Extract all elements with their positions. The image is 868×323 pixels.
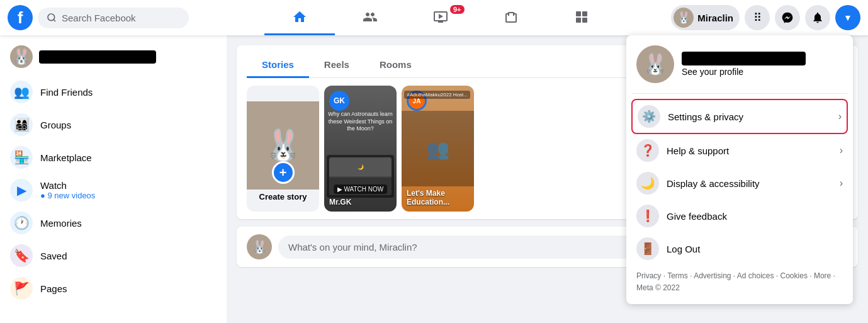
story-education-crowd: 👥 xyxy=(402,111,474,186)
saved-icon: 🔖 xyxy=(10,244,33,267)
sidebar-label-marketplace: Marketplace xyxy=(40,152,92,163)
sidebar-item-saved[interactable]: 🔖 Saved xyxy=(5,239,222,272)
svg-rect-2 xyxy=(582,11,587,16)
sidebar-item-memories[interactable]: 🕐 Memories xyxy=(5,207,222,239)
settings-icon: ⚙️ xyxy=(638,105,660,128)
nav-friends[interactable] xyxy=(335,0,405,35)
sidebar-label-memories: Memories xyxy=(40,218,82,229)
dropdown-label-settings: Settings & privacy xyxy=(668,111,831,122)
messenger-icon-btn[interactable] xyxy=(775,5,800,30)
create-story-label: Create story xyxy=(259,192,307,201)
create-story-plus-icon: + xyxy=(272,161,295,184)
search-box[interactable]: Search Facebook xyxy=(38,8,189,28)
svg-rect-3 xyxy=(576,18,581,23)
help-chevron-icon: › xyxy=(840,145,843,156)
svg-point-0 xyxy=(48,14,55,21)
dropdown-divider-1 xyxy=(631,93,848,94)
dropdown-profile[interactable]: 🐰 ████████████████ See your profile xyxy=(631,40,848,88)
dropdown-item-display[interactable]: 🌙 Display & accessibility › xyxy=(631,167,848,200)
create-story-card[interactable]: 🐰 + Create story xyxy=(247,86,319,212)
story-education[interactable]: JA #AduthaMakku2022 Host... 👥 Let's Make… xyxy=(402,86,474,212)
tab-reels[interactable]: Reels xyxy=(309,53,364,78)
dropdown-label-display: Display & accessibility xyxy=(667,178,832,189)
dropdown-item-settings[interactable]: ⚙️ Settings & privacy › xyxy=(631,99,848,134)
sidebar-watch-info: Watch ● 9 new videos xyxy=(40,180,95,200)
svg-rect-4 xyxy=(582,18,587,23)
search-icon xyxy=(47,13,57,23)
dropdown-footer: Privacy · Terms · Advertising · Ad choic… xyxy=(631,265,848,299)
topnav-left: f Search Facebook xyxy=(8,5,222,30)
user-profile-btn[interactable]: 🐰 Miraclin xyxy=(671,5,740,30)
dropdown-see-profile: See your profile xyxy=(682,67,806,77)
post-avatar: 🐰 xyxy=(247,234,272,259)
sidebar-item-find-friends[interactable]: 👥 Find Friends xyxy=(5,76,222,108)
dropdown-user-info: ████████████████ See your profile xyxy=(682,52,806,77)
help-icon: ❓ xyxy=(636,139,659,162)
settings-chevron-icon: › xyxy=(838,111,842,122)
dropdown-item-help[interactable]: ❓ Help & support › xyxy=(631,134,848,167)
dropdown-label-help: Help & support xyxy=(667,145,832,156)
sidebar-label-saved: Saved xyxy=(40,251,67,261)
display-chevron-icon: › xyxy=(840,178,843,189)
nav-video[interactable]: 9+ xyxy=(405,0,476,35)
sidebar-item-watch[interactable]: ▶ Watch ● 9 new videos xyxy=(5,174,222,207)
story-mrgk-avatar: GK xyxy=(329,91,349,111)
dropdown-label-feedback: Give feedback xyxy=(667,211,843,222)
sidebar-item-marketplace[interactable]: 🏪 Marketplace xyxy=(5,141,222,174)
sidebar-watch-sublabel: ● 9 new videos xyxy=(40,191,95,200)
sidebar-label-watch: Watch xyxy=(40,180,95,191)
user-name: Miraclin xyxy=(697,13,733,23)
story-education-tag: #AduthaMakku2022 Host... xyxy=(404,91,470,99)
logout-icon: 🚪 xyxy=(636,237,659,260)
facebook-logo[interactable]: f xyxy=(8,5,33,30)
nav-groups[interactable] xyxy=(546,0,617,35)
tab-stories[interactable]: Stories xyxy=(247,53,309,78)
sidebar-label-pages: Pages xyxy=(40,283,67,294)
dropdown-arrow-btn[interactable]: ▼ xyxy=(835,5,860,30)
sidebar-user-avatar: 🐰 xyxy=(10,45,33,68)
nav-marketplace[interactable] xyxy=(476,0,546,35)
grid-icon-btn[interactable]: ⠿ xyxy=(745,5,770,30)
topnav: f Search Facebook 9+ 🐰 Miraclin xyxy=(0,0,868,35)
story-mrgk[interactable]: GK Why can Astronauts learn these Weirde… xyxy=(324,86,397,212)
nav-home[interactable] xyxy=(264,0,335,35)
sidebar-username: ████████████████ xyxy=(39,50,156,64)
sidebar-label-groups: Groups xyxy=(40,120,71,130)
story-education-label: Let's Make Education... xyxy=(407,189,469,207)
pages-icon: 🚩 xyxy=(10,277,33,300)
dropdown-item-feedback[interactable]: ❗ Give feedback xyxy=(631,200,848,232)
video-badge: 9+ xyxy=(450,5,465,14)
watch-icon: ▶ xyxy=(10,179,33,201)
dropdown-menu: 🐰 ████████████████ See your profile ⚙️ S… xyxy=(626,35,853,304)
svg-rect-1 xyxy=(576,11,581,16)
find-friends-icon: 👥 xyxy=(10,81,33,103)
dropdown-label-logout: Log Out xyxy=(667,244,843,254)
user-avatar: 🐰 xyxy=(674,8,694,28)
story-mrgk-text: Why can Astronauts learn these Weirdest … xyxy=(327,111,394,133)
story-mrgk-label: Mr.GK xyxy=(329,198,392,207)
sidebar-user[interactable]: 🐰 ████████████████ xyxy=(5,40,222,73)
feedback-icon: ❗ xyxy=(636,205,659,227)
memories-icon: 🕐 xyxy=(10,212,33,234)
topnav-right: 🐰 Miraclin ⠿ ▼ xyxy=(659,5,860,30)
dropdown-avatar: 🐰 xyxy=(636,45,674,83)
tab-rooms[interactable]: Rooms xyxy=(364,53,427,78)
sidebar-label-find-friends: Find Friends xyxy=(40,87,93,98)
search-placeholder: Search Facebook xyxy=(62,13,136,23)
dropdown-name: ████████████████ xyxy=(682,52,806,65)
notifications-icon-btn[interactable] xyxy=(805,5,830,30)
groups-icon: 👨‍👩‍👧‍👦 xyxy=(10,113,33,136)
sidebar-item-pages[interactable]: 🚩 Pages xyxy=(5,272,222,305)
topnav-center: 9+ xyxy=(222,0,659,35)
sidebar-item-groups[interactable]: 👨‍👩‍👧‍👦 Groups xyxy=(5,108,222,141)
sidebar: 🐰 ████████████████ 👥 Find Friends 👨‍👩‍👧‍… xyxy=(0,35,227,323)
story-mrgk-watch-badge: ▶ WATCH NOW xyxy=(334,184,388,194)
display-icon: 🌙 xyxy=(636,172,659,195)
dropdown-item-logout[interactable]: 🚪 Log Out xyxy=(631,232,848,265)
marketplace-icon: 🏪 xyxy=(10,146,33,169)
